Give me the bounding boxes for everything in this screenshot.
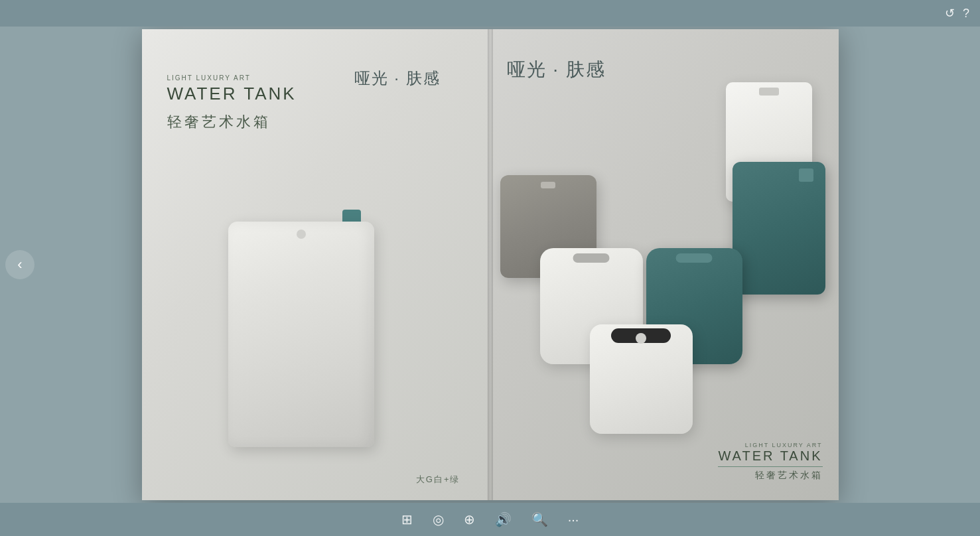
search-icon[interactable]: 🔍 bbox=[531, 511, 548, 527]
page-right: 哑光 · 肤感 LIGHT LUXURY ART WATER TANK 轻奢艺术… bbox=[487, 29, 839, 500]
tank-teal-large bbox=[733, 162, 825, 295]
right-title-en: WATER TANK bbox=[718, 448, 822, 467]
target-icon[interactable]: ◎ bbox=[433, 511, 444, 527]
left-title-en: WATER TANK bbox=[167, 84, 297, 104]
right-bottom-logo: LIGHT LUXURY ART WATER TANK 轻奢艺术水箱 bbox=[718, 442, 822, 482]
left-title-cn: 轻奢艺术水箱 bbox=[167, 112, 271, 132]
top-bar: ↺ ? bbox=[0, 0, 980, 27]
left-subtitle-en: LIGHT LUXURY ART bbox=[167, 74, 251, 82]
right-title-cn: 轻奢艺术水箱 bbox=[718, 470, 822, 482]
book-spine bbox=[488, 29, 493, 500]
tank-body bbox=[228, 222, 374, 447]
bottom-bar: ⊞ ◎ ⊕ 🔊 🔍 ··· bbox=[0, 503, 980, 536]
right-heading-cn: 哑光 · 肤感 bbox=[507, 57, 606, 82]
book-spread: LIGHT LUXURY ART WATER TANK 轻奢艺术水箱 哑光 · … bbox=[142, 29, 839, 500]
left-heading-cn: 哑光 · 肤感 bbox=[354, 68, 441, 89]
left-bottom-label: 大G白+绿 bbox=[416, 474, 460, 486]
tank-lid-dot bbox=[297, 230, 306, 239]
zoom-in-icon[interactable]: ⊕ bbox=[464, 511, 475, 527]
refresh-icon[interactable]: ↺ bbox=[945, 6, 955, 21]
prev-page-button[interactable]: ‹ bbox=[5, 250, 35, 279]
help-icon[interactable]: ? bbox=[963, 7, 969, 21]
more-icon[interactable]: ··· bbox=[568, 512, 579, 527]
volume-icon[interactable]: 🔊 bbox=[495, 511, 512, 527]
right-subtitle-en: LIGHT LUXURY ART bbox=[718, 442, 822, 448]
main-tank-illustration bbox=[228, 222, 374, 460]
main-content: ‹ LIGHT LUXURY ART WATER TANK 轻奢艺术水箱 哑光 … bbox=[0, 27, 980, 503]
page-left: LIGHT LUXURY ART WATER TANK 轻奢艺术水箱 哑光 · … bbox=[142, 29, 487, 500]
grid-icon[interactable]: ⊞ bbox=[401, 511, 413, 527]
tank-black-oval bbox=[590, 324, 693, 434]
